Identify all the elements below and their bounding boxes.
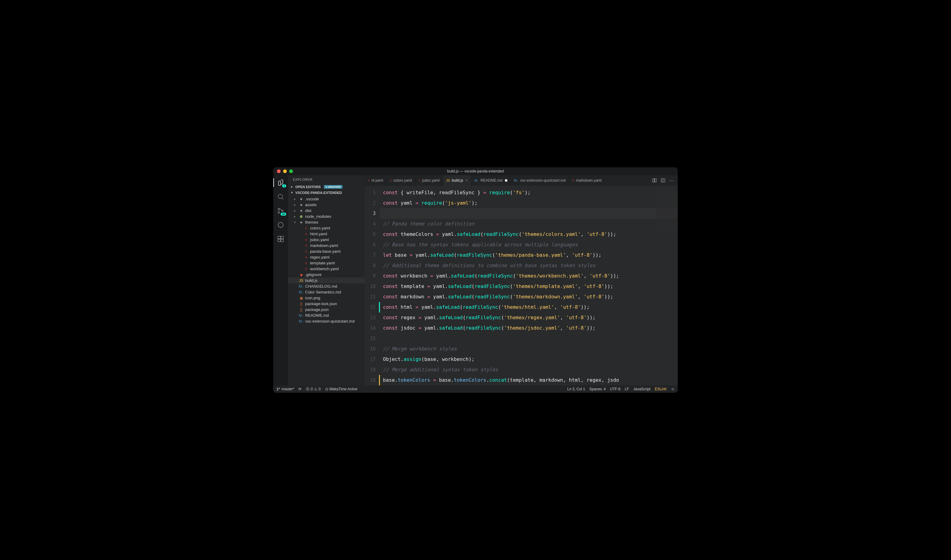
minimize-window-button[interactable] (283, 169, 287, 173)
editor[interactable]: 12345678910111213141516171819 const { wr… (365, 186, 678, 385)
encoding[interactable]: UTF-8 (610, 387, 620, 391)
compare-icon[interactable] (652, 178, 657, 183)
editor-tab[interactable]: ≡nl.yaml (365, 175, 386, 186)
sync-button[interactable]: ⟳ (299, 387, 302, 391)
code-line[interactable]: const { writeFile, readFileSync } = requ… (380, 188, 678, 198)
tree-item[interactable]: M↓README.md (288, 312, 365, 318)
line-number[interactable]: 11 (365, 292, 375, 302)
open-editors-header[interactable]: ▸ OPEN EDITORS 1 UNSAVED (288, 184, 365, 190)
line-number[interactable]: 16 (365, 344, 375, 354)
line-number[interactable]: 6 (365, 240, 375, 250)
tree-item-label: dist (305, 208, 311, 213)
code-line[interactable]: Object.assign(base, workbench); (380, 354, 678, 365)
code-line[interactable]: // Additional theme definitions to combi… (380, 260, 678, 271)
tree-item-label: package-lock.json (305, 302, 337, 306)
code-line[interactable]: const markdown = yaml.safeLoad(readFileS… (380, 292, 678, 302)
indentation[interactable]: Spaces: 4 (589, 387, 606, 391)
code-line[interactable]: let base = yaml.safeLoad(readFileSync('t… (380, 250, 678, 260)
more-icon[interactable]: ⋯ (669, 178, 674, 183)
line-number[interactable]: 3 (365, 208, 375, 219)
code-line[interactable]: const jsdoc = yaml.safeLoad(readFileSync… (380, 323, 678, 333)
line-number[interactable]: 8 (365, 260, 375, 271)
maximize-window-button[interactable] (289, 169, 293, 173)
editor-tab[interactable]: M↓README.md (471, 175, 511, 186)
tree-item[interactable]: ≡regex.yaml (288, 254, 365, 260)
code-line[interactable]: const regex = yaml.safeLoad(readFileSync… (380, 312, 678, 323)
tree-item[interactable]: {}package-lock.json (288, 301, 365, 307)
tree-item[interactable]: ≡template.yaml (288, 260, 365, 266)
tree-item[interactable]: ≡panda-base.yaml (288, 248, 365, 254)
line-number[interactable]: 1 (365, 188, 375, 198)
line-number[interactable]: 15 (365, 333, 375, 344)
activity-search-icon[interactable] (276, 192, 285, 201)
activity-explorer-icon[interactable]: 1 (276, 178, 285, 187)
tree-item[interactable]: ≡html.yaml (288, 231, 365, 237)
line-number[interactable]: 13 (365, 312, 375, 323)
code-line[interactable]: const html = yaml.safeLoad(readFileSync(… (380, 302, 678, 312)
split-editor-icon[interactable] (660, 178, 665, 183)
cursor-position[interactable]: Ln 3, Col 1 (568, 387, 585, 391)
activity-extensions-icon[interactable] (276, 235, 285, 243)
code-line[interactable]: base.tokenColors = base.tokenColors.conc… (380, 375, 678, 385)
close-tab-icon[interactable]: × (466, 178, 468, 183)
line-number[interactable]: 4 (365, 219, 375, 229)
yaml-icon: ≡ (304, 267, 309, 271)
code-line[interactable]: // Merge workbench styles (380, 344, 678, 354)
line-number[interactable]: 7 (365, 250, 375, 260)
code-line[interactable]: const workbench = yaml.safeLoad(readFile… (380, 271, 678, 281)
line-number[interactable]: 17 (365, 354, 375, 365)
tree-item[interactable]: ◆.gitignore (288, 272, 365, 278)
wakatime-indicator[interactable]: ◷ WakaTime Active (325, 387, 357, 391)
tree-item[interactable]: M↓CHANGELOG.md (288, 283, 365, 289)
editor-tab[interactable]: JSbuild.js× (443, 175, 471, 186)
project-header[interactable]: ▾ VSCODE-PANDA-EXTENDED (288, 190, 365, 195)
tree-item[interactable]: M↓vsc-extension-quickstart.md (288, 318, 365, 324)
line-number[interactable]: 12 (365, 302, 380, 312)
eslint-status[interactable]: ESLint! (655, 387, 667, 391)
minimap[interactable] (656, 186, 678, 238)
tree-item[interactable]: ▣icon.png (288, 295, 365, 301)
tree-item[interactable]: ▸⬢node_modules (288, 214, 365, 219)
line-number[interactable]: 9 (365, 271, 375, 281)
editor-tab[interactable]: ≡colors.yaml (386, 175, 415, 186)
code-line[interactable]: const template = yaml.safeLoad(readFileS… (380, 281, 678, 292)
language-mode[interactable]: JavaScript (633, 387, 651, 391)
problems-indicator[interactable]: ⓧ0 ⚠0 (306, 387, 320, 392)
line-number[interactable]: 2 (365, 198, 375, 208)
code-line[interactable] (380, 208, 678, 219)
tree-item-label: icon.png (305, 295, 320, 300)
line-number[interactable]: 5 (365, 229, 375, 240)
line-number[interactable]: 10 (365, 281, 375, 292)
editor-tab[interactable]: ≡markdown.yaml (569, 175, 605, 186)
tree-item[interactable]: {}package.json (288, 307, 365, 312)
code-line[interactable]: // Merge additional syntax token styles (380, 365, 678, 375)
code-line[interactable]: // Panda theme color definition (380, 219, 678, 229)
code-content[interactable]: const { writeFile, readFileSync } = requ… (380, 186, 678, 385)
activity-debug-icon[interactable] (276, 221, 285, 229)
tree-item[interactable]: ≡markdown.yaml (288, 243, 365, 248)
line-number[interactable]: 18 (365, 365, 375, 375)
editor-tab[interactable]: ≡jsdoc.yaml (415, 175, 443, 186)
line-number[interactable]: 14 (365, 323, 375, 333)
activity-scm-icon[interactable]: 10 (276, 206, 285, 215)
tree-item[interactable]: ▸■dist (288, 208, 365, 214)
tree-item[interactable]: ≡workbench.yaml (288, 266, 365, 272)
tree-item[interactable]: JSbuild.js (288, 278, 365, 283)
close-window-button[interactable] (277, 169, 281, 173)
tree-item[interactable]: ▸■assets (288, 202, 365, 208)
tree-item[interactable]: ≡colors.yaml (288, 225, 365, 231)
eol[interactable]: LF (625, 387, 629, 391)
tree-item[interactable]: ▸■.vscode (288, 196, 365, 202)
feedback-icon[interactable]: ☺ (671, 387, 675, 391)
editor-tab[interactable]: M↓vsc-extension-quickstart.md (511, 175, 569, 186)
tree-item[interactable]: M↓Color Semantics.md (288, 289, 365, 295)
code-line[interactable]: // Base has the syntax tokens applicable… (380, 240, 678, 250)
code-line[interactable]: const themeColors = yaml.safeLoad(readFi… (380, 229, 678, 240)
tab-label: colors.yaml (393, 178, 412, 183)
tree-item[interactable]: ▾■themes (288, 219, 365, 225)
branch-indicator[interactable]: master* (276, 387, 294, 391)
line-number[interactable]: 19 (365, 375, 380, 385)
tree-item[interactable]: ≡jsdoc.yaml (288, 237, 365, 243)
code-line[interactable]: const yaml = require('js-yaml'); (380, 198, 678, 208)
code-line[interactable] (380, 333, 678, 344)
